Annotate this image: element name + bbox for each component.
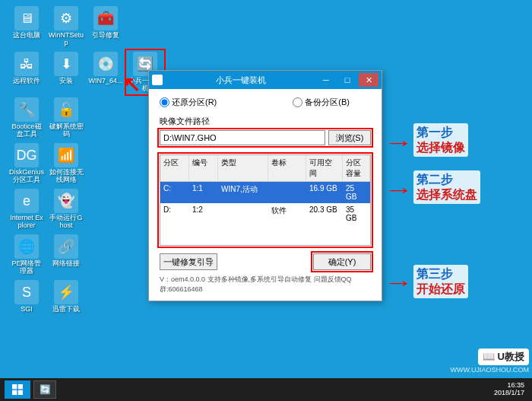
desktop-icon-win7-64[interactable]: 💿WIN7_64... [88,52,123,85]
taskbar: 🔄 16:35 2018/1/17 [0,378,532,401]
desktop-icon-wifi[interactable]: 📶如何连接无线网络 [49,143,84,184]
window-title: 小兵一键装机 [167,75,315,86]
desktop-icon-bootice[interactable]: 🔧Bootice磁盘工具 [9,97,44,138]
repair-boot-button[interactable]: 一键修复引导 [160,253,217,270]
ok-button[interactable]: 确定(Y) [313,253,371,270]
column-header[interactable]: 编号 [189,155,218,181]
desktop-icon-netlink[interactable]: 🔗网络链接 [49,234,84,268]
app-icon [152,75,163,85]
maximize-button[interactable]: □ [337,73,357,87]
taskbar-app[interactable]: 🔄 [33,380,56,399]
desktop-icon-boot-repair[interactable]: 🧰引导修复 [88,6,123,40]
desktop-icon-this-pc[interactable]: 🖥这台电脑 [9,6,44,40]
column-header[interactable]: 类型 [218,155,268,181]
svg-rect-2 [12,390,17,395]
desktop-icon-sgi[interactable]: SSGI [9,280,44,313]
column-header[interactable]: 分区容量 [343,155,370,181]
desktop-icon-crack-pwd[interactable]: 🔓破解系统密码 [49,97,84,138]
desktop-icon-diskgenius[interactable]: DGDiskGenius分区工具 [9,143,44,184]
partition-table: 分区编号类型卷标可用空间分区容量 C:1:1WIN7,活动16.9 GB25 G… [160,154,371,246]
desktop-icon-ie[interactable]: eInternet Explorer [9,189,44,230]
table-row[interactable]: D:1:2软件20.3 GB35 GB [160,203,370,224]
desktop-icon-install[interactable]: ⬇安装 [49,52,84,85]
minimize-button[interactable]: ─ [316,73,336,87]
callout-step1: 第一步 选择镜像 [413,123,468,157]
column-header[interactable]: 卷标 [268,155,306,181]
dialog-footer: V：oem4.0.0.0 支持多种镜像,多系统引导自动修复 问题反馈QQ群:60… [160,275,371,294]
callout-step2: 第二步 选择系统盘 [413,170,480,204]
svg-rect-3 [18,390,23,395]
start-button[interactable] [5,380,30,399]
radio-restore[interactable]: 还原分区(R) [160,97,217,108]
desktop-icon-xunlei[interactable]: ⚡迅雷下载 [49,280,84,313]
dialog-body: 还原分区(R) 备份分区(B) 映像文件路径 浏览(S) 分区编号类型卷标可用空… [149,89,382,301]
image-path-input[interactable] [160,130,325,145]
desktop-icon-netmgr[interactable]: 🌐PE网络管理器 [9,234,44,275]
desktop-icon-winntsetup[interactable]: ⚙WinNTSetup [49,6,84,47]
path-label: 映像文件路径 [160,116,371,127]
column-header[interactable]: 分区 [160,155,189,181]
desktop-icon-remote-soft[interactable]: 🖧远程软件 [9,52,44,85]
svg-rect-0 [12,384,17,389]
svg-rect-1 [18,384,23,389]
titlebar[interactable]: 小兵一键装机 ─ □ ✕ [149,71,382,89]
column-header[interactable]: 可用空间 [306,155,343,181]
arrow-step3: → [383,271,413,295]
watermark: 📖 U教授 WWW.UJIAOSHOU.COM [451,348,530,374]
taskbar-clock[interactable]: 16:35 2018/1/17 [494,382,524,397]
arrow-step2: → [383,178,413,202]
windows-icon [12,384,23,395]
close-button[interactable]: ✕ [359,73,378,87]
callout-step3: 第三步 开始还原 [413,265,468,298]
table-row[interactable]: C:1:1WIN7,活动16.9 GB25 GB [160,182,370,203]
desktop-icon-ghost[interactable]: 👻手动运行Ghost [49,189,84,230]
arrow-step1: → [383,131,413,155]
arrow-to-app: ↖ [123,72,141,97]
radio-backup[interactable]: 备份分区(B) [293,97,350,108]
installer-dialog: 小兵一键装机 ─ □ ✕ 还原分区(R) 备份分区(B) 映像文件路径 浏览(S… [148,70,382,301]
browse-button[interactable]: 浏览(S) [328,130,371,145]
